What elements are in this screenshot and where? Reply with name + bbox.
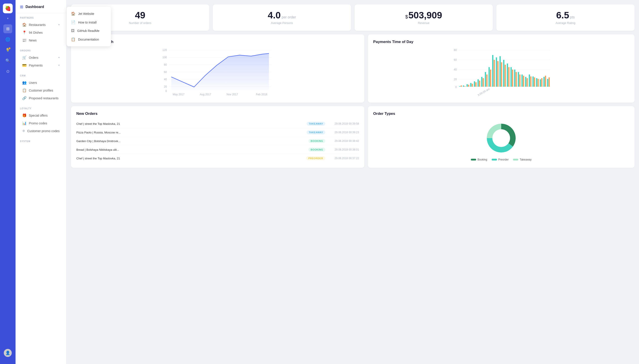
order-row-1: Chef | street the Top Maslovka, 21 TAKEA…: [76, 120, 359, 128]
svg-rect-59: [516, 72, 517, 87]
dishes-label: 94 Dishes: [29, 31, 43, 34]
stat-card-rating: 6.5 pts Average Rating: [496, 4, 634, 31]
restaurants-icon: 🏠: [22, 22, 27, 27]
order-time-2: 29.08.2018 00:39:23: [328, 131, 359, 134]
payments-per-month-chart: 120 100 80 60 40 20 0: [76, 48, 359, 96]
svg-rect-36: [474, 81, 475, 87]
svg-rect-61: [519, 74, 520, 87]
svg-rect-50: [499, 56, 501, 87]
rail-dashboard-icon[interactable]: ⊞: [3, 24, 12, 33]
sidebar-item-customer-profiles[interactable]: 📋 Customer profiles: [20, 86, 62, 94]
sidebar-item-users[interactable]: 👥 Users: [20, 79, 62, 86]
crm-label: CRM: [20, 74, 62, 77]
svg-text:100: 100: [162, 56, 167, 59]
order-row-4: Bread | Bolshaya Nikitskaya ulit... BOOK…: [76, 146, 359, 154]
svg-rect-30: [463, 86, 464, 87]
preorder-dot: [492, 159, 497, 160]
sidebar-title: Dashboard: [26, 5, 44, 9]
svg-rect-58: [514, 70, 515, 87]
rating-number: 6.5: [556, 11, 569, 20]
svg-rect-48: [496, 58, 497, 87]
partners-label: PARTNERS: [20, 17, 62, 19]
payments-per-month-title: Payments per Month: [76, 40, 359, 44]
rail-search-icon[interactable]: 🔍: [3, 56, 12, 65]
revenue-label: Revenue: [418, 21, 429, 24]
rail-globe-icon[interactable]: 🌐: [3, 35, 12, 44]
svg-rect-69: [534, 77, 535, 87]
booking-label: Booking: [477, 158, 487, 161]
charts-row: Payments per Month 120 100 80 60 40 20 0: [71, 34, 634, 103]
svg-rect-38: [477, 79, 479, 87]
sidebar-item-promo-codes[interactable]: 📊 Promo codes: [20, 119, 62, 127]
svg-rect-57: [512, 70, 513, 87]
svg-text:20: 20: [164, 85, 167, 88]
sidebar-item-dishes[interactable]: 📍 94 Dishes: [20, 28, 62, 36]
order-name-1: Chef | street the Top Maslovka, 21: [76, 122, 304, 126]
svg-rect-32: [467, 84, 468, 87]
dishes-icon: 📍: [22, 30, 27, 34]
payments-icon: 💳: [22, 63, 27, 68]
order-time-1: 29.08.2018 00:39:58: [328, 122, 359, 125]
proposed-restaurants-label: Proposed restaurants: [29, 96, 59, 100]
order-badge-2: TAKEAWAY: [307, 130, 326, 134]
legend-preorder: Preorder: [492, 158, 509, 161]
special-offers-label: Special offers: [29, 114, 48, 117]
svg-text:May 2017: May 2017: [173, 93, 184, 96]
svg-rect-33: [468, 85, 469, 87]
preorder-label: Preorder: [498, 158, 509, 161]
order-row-5: Chef | street the Top Maslovka, 21 PREOR…: [76, 154, 359, 162]
payments-chevron-icon: ▾: [58, 64, 60, 67]
svg-rect-67: [530, 76, 532, 87]
main-content: 49 Number of orders 4.0 per order Averag…: [67, 0, 639, 364]
sidebar-item-restaurants[interactable]: 🏠 Restaurants ▾: [20, 21, 62, 28]
svg-rect-54: [507, 64, 508, 87]
restaurants-label: Restaurants: [29, 23, 46, 26]
stat-card-revenue: $ 503,909 Revenue: [355, 4, 493, 31]
users-icon: 👥: [22, 80, 27, 85]
payments-time-of-day-card: Payments Time of Day 80 60 40 20 0: [368, 34, 634, 103]
svg-rect-44: [489, 67, 490, 87]
bottom-row: New Orders Chef | street the Top Maslovk…: [71, 106, 634, 168]
revenue-prefix: $: [405, 14, 408, 20]
svg-rect-35: [472, 84, 473, 87]
sidebar-item-orders[interactable]: 🛒 Orders ▾: [20, 54, 62, 62]
icon-rail: 🍓 ▾ ⊞ 🌐 💡 🔍 ⊙ 👤: [0, 0, 16, 364]
svg-text:120: 120: [162, 48, 167, 52]
svg-rect-74: [543, 77, 545, 87]
rail-toggle-icon[interactable]: ⊙: [3, 67, 12, 76]
rating-suffix: pts: [570, 15, 575, 19]
svg-rect-29: [461, 86, 462, 87]
sidebar-section-system: SYSTEM: [16, 136, 66, 146]
svg-rect-45: [490, 70, 491, 87]
svg-rect-53: [505, 65, 506, 87]
order-badge-1: TAKEAWAY: [307, 122, 326, 126]
svg-marker-13: [171, 54, 269, 90]
svg-rect-70: [536, 78, 537, 87]
order-name-5: Chef | street the Top Maslovka, 21: [76, 157, 303, 160]
orders-chevron-icon: ▾: [58, 56, 60, 59]
rail-avatar[interactable]: 👤: [4, 349, 12, 357]
svg-rect-76: [547, 79, 548, 87]
sidebar-header-icon: ⊞: [20, 4, 23, 9]
sidebar-item-proposed-restaurants[interactable]: 🔗 Proposed restaurants: [20, 94, 62, 102]
order-types-legend: Booking Preorder Takeaway: [471, 158, 531, 161]
svg-text:Feb 2018: Feb 2018: [256, 93, 267, 96]
payments-time-chart: 80 60 40 20 0: [373, 48, 629, 96]
sidebar-section-orders: ORDERS 🛒 Orders ▾ 💳 Payments ▾: [16, 46, 66, 71]
svg-rect-77: [548, 77, 550, 87]
orders-section-label: ORDERS: [20, 50, 62, 52]
sidebar-item-special-offers[interactable]: 🎁 Special offers: [20, 112, 62, 119]
rail-chevron-icon[interactable]: ▾: [7, 17, 9, 20]
svg-text:80: 80: [454, 48, 457, 52]
rail-alert-icon[interactable]: 💡: [3, 46, 12, 54]
takeaway-dot: [513, 159, 518, 160]
new-orders-title: New Orders: [76, 112, 359, 116]
svg-rect-75: [545, 76, 546, 87]
sidebar-item-news[interactable]: 📰 News: [20, 36, 62, 44]
sidebar-item-payments[interactable]: 💳 Payments ▾: [20, 62, 62, 69]
svg-text:40: 40: [454, 68, 457, 71]
system-label: SYSTEM: [20, 140, 62, 142]
svg-rect-60: [518, 72, 519, 87]
svg-rect-66: [529, 74, 530, 87]
sidebar-item-customer-promo[interactable]: ❄ Customer promo codes: [20, 127, 62, 135]
